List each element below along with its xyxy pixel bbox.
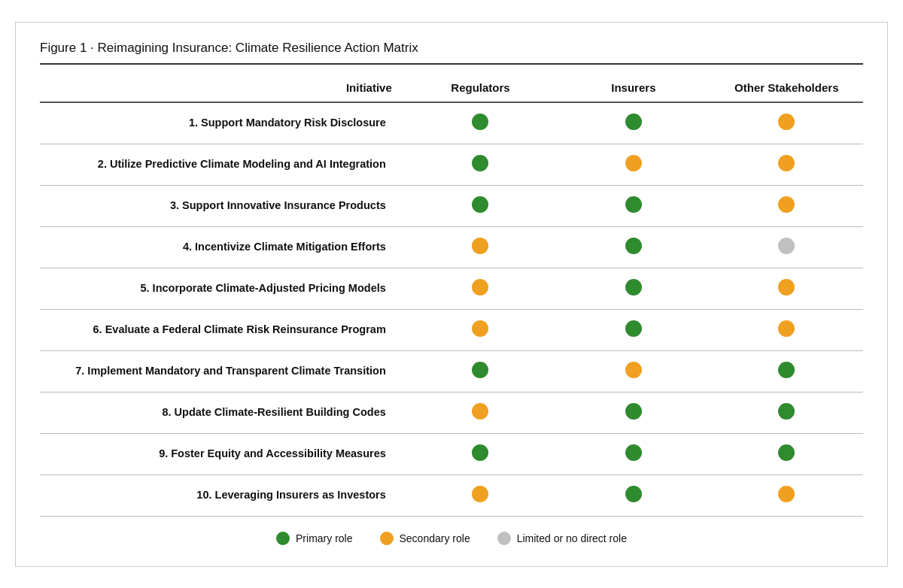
role-cell-other [710,433,863,474]
col-header-other: Other Stakeholders [710,71,863,102]
role-cell-other [710,350,863,392]
table-row: 3. Support Innovative Insurance Products [40,185,863,226]
figure-title: Figure 1 · Reimagining Insurance: Climat… [40,41,863,65]
legend-primary: Primary role [276,532,352,545]
dot-regulators [472,196,488,213]
initiative-label: 5. Incorporate Climate-Adjusted Pricing … [40,268,404,309]
matrix-table: Initiative Regulators Insurers Other Sta… [40,71,863,517]
legend-secondary: Secondary role [380,532,470,545]
role-cell-insurers [557,433,710,474]
dot-insurers [625,279,642,296]
figure-title-bold: Figure 1 · [40,41,98,55]
role-cell-insurers [557,226,710,268]
dot-other [778,486,795,502]
legend-limited-label: Limited or no direct role [517,532,627,544]
dot-other [778,279,795,296]
role-cell-other [710,226,863,268]
role-cell-insurers [557,474,710,516]
dot-insurers [625,403,642,420]
dot-regulators [472,155,488,171]
role-cell-other [710,268,863,309]
role-cell-other [710,185,863,226]
dot-insurers [625,114,642,130]
dot-other [778,196,795,213]
role-cell-regulators [404,185,557,226]
legend-orange-dot [380,532,394,545]
legend-limited: Limited or no direct role [497,532,627,545]
initiative-label: 10. Leveraging Insurers as Investors [40,474,404,516]
legend-gray-dot [497,532,511,545]
table-row: 8. Update Climate-Resilient Building Cod… [40,392,863,433]
table-row: 1. Support Mandatory Risk Disclosure [40,102,863,144]
dot-insurers [625,196,642,213]
role-cell-other [710,102,863,144]
dot-insurers [625,320,642,337]
dot-insurers [625,155,642,171]
role-cell-insurers [557,268,710,309]
initiative-label: 6. Evaluate a Federal Climate Risk Reins… [40,309,404,350]
initiative-label: 8. Update Climate-Resilient Building Cod… [40,392,404,433]
dot-other [778,155,795,171]
col-header-initiative: Initiative [40,71,404,102]
dot-insurers [625,362,642,378]
table-row: 10. Leveraging Insurers as Investors [40,474,863,516]
table-row: 7. Implement Mandatory and Transparent C… [40,350,863,392]
dot-regulators [472,444,488,461]
initiative-label: 7. Implement Mandatory and Transparent C… [40,350,404,392]
table-row: 9. Foster Equity and Accessibility Measu… [40,433,863,474]
role-cell-regulators [404,309,557,350]
legend-primary-label: Primary role [296,532,352,544]
legend-secondary-label: Secondary role [400,532,470,544]
dot-insurers [625,238,642,254]
dot-other [778,320,795,337]
initiative-label: 9. Foster Equity and Accessibility Measu… [40,433,404,474]
role-cell-regulators [404,144,557,185]
dot-other [778,114,795,130]
dot-other [778,362,795,378]
dot-regulators [472,486,488,502]
figure-container: Figure 1 · Reimagining Insurance: Climat… [15,22,888,567]
legend-green-dot [276,532,290,545]
role-cell-regulators [404,433,557,474]
role-cell-other [710,144,863,185]
table-row: 5. Incorporate Climate-Adjusted Pricing … [40,268,863,309]
role-cell-insurers [557,102,710,144]
dot-other [778,403,795,420]
table-row: 2. Utilize Predictive Climate Modeling a… [40,144,863,185]
role-cell-regulators [404,350,557,392]
initiative-label: 4. Incentivize Climate Mitigation Effort… [40,226,404,268]
role-cell-regulators [404,226,557,268]
initiative-label: 2. Utilize Predictive Climate Modeling a… [40,144,404,185]
dot-regulators [472,279,488,296]
role-cell-insurers [557,185,710,226]
role-cell-other [710,474,863,516]
legend: Primary role Secondary role Limited or n… [40,532,863,545]
table-header-row: Initiative Regulators Insurers Other Sta… [40,71,863,102]
dot-insurers [625,444,642,461]
role-cell-regulators [404,474,557,516]
role-cell-insurers [557,309,710,350]
dot-insurers [625,486,642,502]
dot-regulators [472,403,488,420]
col-header-regulators: Regulators [404,71,557,102]
table-row: 4. Incentivize Climate Mitigation Effort… [40,226,863,268]
dot-regulators [472,238,488,254]
dot-regulators [472,114,488,130]
table-row: 6. Evaluate a Federal Climate Risk Reins… [40,309,863,350]
role-cell-insurers [557,392,710,433]
dot-other [778,238,795,254]
dot-regulators [472,320,488,337]
initiative-label: 1. Support Mandatory Risk Disclosure [40,102,404,144]
role-cell-regulators [404,392,557,433]
dot-other [778,444,795,461]
initiative-label: 3. Support Innovative Insurance Products [40,185,404,226]
role-cell-regulators [404,102,557,144]
role-cell-regulators [404,268,557,309]
dot-regulators [472,362,488,378]
role-cell-insurers [557,350,710,392]
col-header-insurers: Insurers [557,71,710,102]
figure-title-rest: Reimagining Insurance: Climate Resilienc… [98,41,418,55]
role-cell-other [710,309,863,350]
role-cell-other [710,392,863,433]
role-cell-insurers [557,144,710,185]
